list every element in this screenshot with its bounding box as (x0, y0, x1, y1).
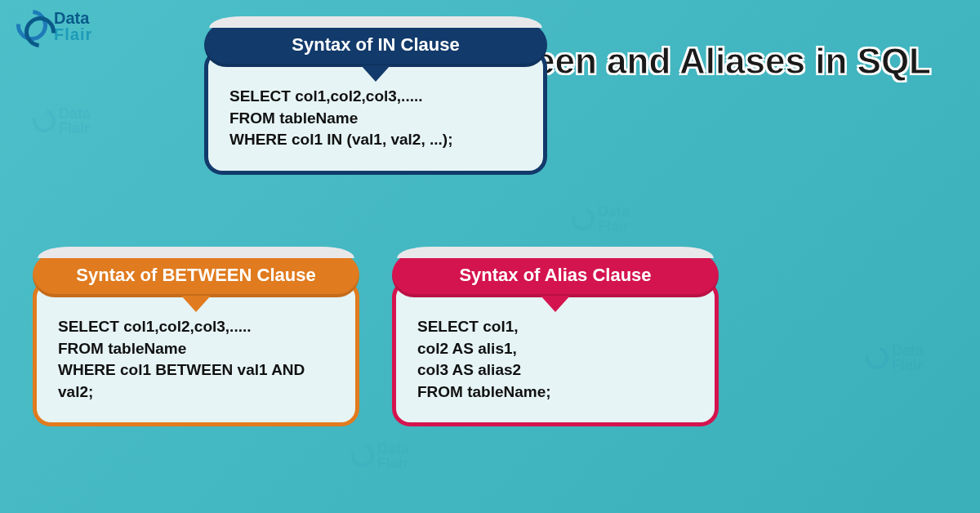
logo-text-1: Data (54, 10, 92, 26)
card-in-clause: Syntax of IN Clause SELECT col1,col2,col… (204, 23, 547, 175)
card-between-clause: Syntax of BETWEEN Clause SELECT col1,col… (33, 253, 359, 426)
watermark: DataFlair (572, 204, 630, 234)
card-header: Syntax of BETWEEN Clause (33, 253, 359, 297)
logo-text-2: Flair (54, 26, 92, 42)
watermark: DataFlair (351, 441, 409, 471)
brand-logo: Data Flair (16, 10, 92, 42)
card-header: Syntax of IN Clause (204, 23, 547, 67)
logo-icon (16, 10, 49, 42)
watermark: DataFlair (33, 106, 91, 136)
card-header: Syntax of Alias Clause (392, 253, 719, 297)
card-alias-clause: Syntax of Alias Clause SELECT col1, col2… (392, 253, 719, 426)
watermark: DataFlair (866, 343, 924, 372)
